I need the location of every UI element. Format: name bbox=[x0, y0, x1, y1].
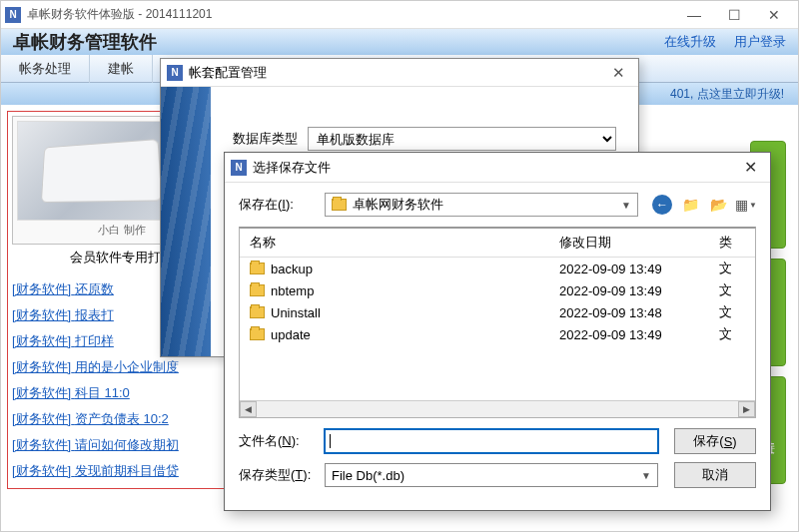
main-titlebar: N 卓帐财务软件体验版 - 2014111201 — ☐ ✕ bbox=[1, 1, 798, 29]
save-dialog-body: 保存在(I): 卓帐网财务软件 ▼ ← 📁 📂 ▦▼ 名称 修改日期 类 bbox=[225, 183, 770, 506]
back-icon[interactable]: ← bbox=[652, 195, 672, 215]
scroll-track[interactable] bbox=[257, 401, 738, 417]
filename-input[interactable] bbox=[325, 429, 658, 453]
scroll-right-icon[interactable]: ▶ bbox=[738, 401, 755, 417]
main-header: 卓帐财务管理软件 在线升级 用户登录 bbox=[1, 29, 798, 55]
toolbar-accounting[interactable]: 帐务处理 bbox=[1, 55, 90, 83]
file-row[interactable]: backup 2022-09-09 13:49 文 bbox=[240, 258, 755, 279]
brand-title: 卓帐财务管理软件 bbox=[13, 30, 646, 54]
news-item[interactable]: [财务软件] 资产负债表 10:2 bbox=[12, 406, 232, 432]
save-in-row: 保存在(I): 卓帐网财务软件 ▼ ← 📁 📂 ▦▼ bbox=[239, 193, 756, 217]
file-row[interactable]: update 2022-09-09 13:49 文 bbox=[240, 323, 755, 345]
login-link[interactable]: 用户登录 bbox=[734, 33, 786, 51]
folder-icon bbox=[332, 199, 347, 211]
maximize-button[interactable]: ☐ bbox=[714, 1, 754, 29]
scroll-left-icon[interactable]: ◀ bbox=[240, 401, 257, 417]
save-file-dialog: N 选择保存文件 ✕ 保存在(I): 卓帐网财务软件 ▼ ← 📁 📂 ▦▼ 名称… bbox=[224, 152, 771, 511]
up-folder-icon[interactable]: 📁 bbox=[680, 195, 700, 215]
folder-icon bbox=[250, 284, 265, 296]
col-date-header[interactable]: 修改日期 bbox=[549, 229, 709, 257]
file-list[interactable]: backup 2022-09-09 13:49 文 nbtemp 2022-09… bbox=[240, 258, 755, 400]
file-list-header: 名称 修改日期 类 bbox=[240, 229, 755, 258]
save-in-combo[interactable]: 卓帐网财务软件 ▼ bbox=[325, 193, 638, 217]
save-in-label: 保存在(I): bbox=[239, 196, 325, 214]
new-folder-icon[interactable]: 📂 bbox=[708, 195, 728, 215]
close-icon[interactable]: ✕ bbox=[604, 64, 632, 82]
news-item[interactable]: [财务软件] 发现前期科目借贷 bbox=[12, 458, 232, 484]
filename-label: 文件名(N): bbox=[239, 432, 325, 450]
app-icon: N bbox=[231, 160, 247, 176]
filetype-select[interactable]: File Db(*.db) ▼ bbox=[325, 463, 658, 487]
minimize-button[interactable]: — bbox=[674, 1, 714, 29]
nav-icons: ← 📁 📂 ▦▼ bbox=[652, 195, 756, 215]
save-in-value: 卓帐网财务软件 bbox=[353, 196, 443, 214]
filename-row: 文件名(N): 保存(S) bbox=[239, 428, 756, 454]
news-item[interactable]: [财务软件] 科目 11:0 bbox=[12, 380, 232, 406]
file-list-area: 名称 修改日期 类 backup 2022-09-09 13:49 文 nbte… bbox=[239, 227, 756, 418]
save-dialog-title: 选择保存文件 bbox=[253, 159, 736, 177]
close-button[interactable]: ✕ bbox=[754, 1, 794, 29]
toolbar-create[interactable]: 建帐 bbox=[90, 55, 153, 83]
app-icon: N bbox=[5, 7, 21, 23]
folder-icon bbox=[250, 328, 265, 340]
db-type-select[interactable]: 单机版数据库 bbox=[308, 127, 616, 151]
config-dialog-sidebar bbox=[161, 87, 211, 356]
main-title: 卓帐财务软件体验版 - 2014111201 bbox=[27, 6, 674, 23]
db-type-label: 数据库类型 bbox=[233, 130, 298, 148]
window-controls: — ☐ ✕ bbox=[674, 1, 794, 29]
news-item[interactable]: [财务软件] 用的是小企业制度 bbox=[12, 354, 232, 380]
col-name-header[interactable]: 名称 bbox=[240, 229, 549, 257]
horizontal-scrollbar[interactable]: ◀ ▶ bbox=[240, 400, 755, 417]
config-dialog-title: 帐套配置管理 bbox=[189, 64, 604, 82]
filetype-value: File Db(*.db) bbox=[332, 468, 404, 483]
chevron-down-icon: ▼ bbox=[641, 470, 651, 481]
app-icon: N bbox=[167, 65, 183, 81]
file-row[interactable]: Uninstall 2022-09-09 13:48 文 bbox=[240, 301, 755, 323]
config-dialog-titlebar[interactable]: N 帐套配置管理 ✕ bbox=[161, 59, 638, 87]
filetype-row: 保存类型(T): File Db(*.db) ▼ 取消 bbox=[239, 462, 756, 488]
folder-icon bbox=[250, 306, 265, 318]
chevron-down-icon: ▼ bbox=[621, 200, 631, 211]
folder-icon bbox=[250, 263, 265, 274]
view-menu-icon[interactable]: ▦▼ bbox=[736, 195, 756, 215]
notice-text: 401, 点这里立即升级! bbox=[670, 86, 784, 103]
col-type-header[interactable]: 类 bbox=[709, 229, 755, 257]
upgrade-link[interactable]: 在线升级 bbox=[664, 33, 716, 51]
filetype-label: 保存类型(T): bbox=[239, 466, 325, 484]
db-type-row: 数据库类型 单机版数据库 bbox=[233, 127, 616, 151]
save-dialog-titlebar[interactable]: N 选择保存文件 ✕ bbox=[225, 153, 770, 183]
save-button[interactable]: 保存(S) bbox=[674, 428, 756, 454]
cancel-button[interactable]: 取消 bbox=[674, 462, 756, 488]
close-icon[interactable]: ✕ bbox=[736, 158, 764, 177]
file-row[interactable]: nbtemp 2022-09-09 13:49 文 bbox=[240, 279, 755, 301]
news-item[interactable]: [财务软件] 请问如何修改期初 bbox=[12, 432, 232, 458]
